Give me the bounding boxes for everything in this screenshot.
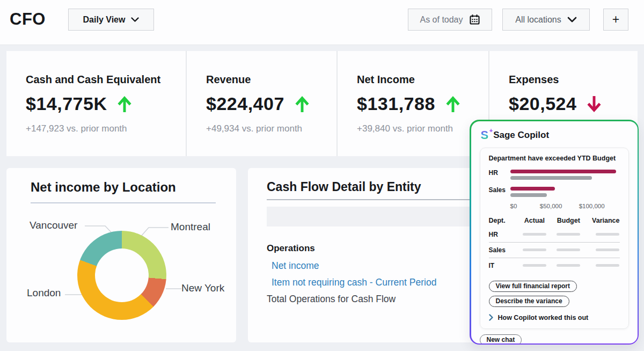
trend-up-icon xyxy=(295,96,309,112)
budget-bar xyxy=(510,176,592,180)
donut-hole xyxy=(95,248,149,302)
placeholder-bar xyxy=(596,248,619,251)
copilot-panel-inner: S+ Sage Copilot Department have exceeded… xyxy=(471,121,638,343)
bar-row-sales: Sales xyxy=(489,186,620,197)
chevron-down-icon xyxy=(567,17,577,23)
sparkle-plus-icon: + xyxy=(489,128,493,134)
how-copilot-worked-disclosure[interactable]: How Copilot worked this out xyxy=(489,314,620,321)
actual-bar xyxy=(510,170,617,173)
kpi-delta: +147,923 vs. prior month xyxy=(26,123,186,134)
placeholder-bar xyxy=(557,264,580,267)
top-header: CFO Daily View As of today All locations… xyxy=(0,0,644,45)
chevron-right-icon xyxy=(489,314,493,321)
view-selector-button[interactable]: Daily View xyxy=(68,9,154,31)
table-header-cell: Dept. xyxy=(489,217,518,224)
calendar-icon xyxy=(469,14,480,25)
row-label: IT xyxy=(489,262,518,269)
budget-bar-chart: HR Sales $0 $50,000 $100,000 xyxy=(489,169,620,211)
kpi-title: Expenses xyxy=(509,74,638,86)
location-filter-button[interactable]: All locations xyxy=(502,9,590,31)
table-header-cell: Variance xyxy=(592,217,619,224)
chart-label-vancouver: Vancouver xyxy=(30,220,77,231)
bar-label: HR xyxy=(489,169,510,180)
trend-down-icon xyxy=(587,96,601,112)
bar-label: Sales xyxy=(489,186,510,197)
budget-bar xyxy=(510,193,547,197)
placeholder-bar xyxy=(523,233,546,236)
dept-table: Dept. Actual Budget Variance HR Sales xyxy=(489,217,620,273)
insight-title: Department have exceeded YTD Budget xyxy=(489,155,620,162)
describe-variance-button[interactable]: Describe the variance xyxy=(489,296,569,307)
x-axis: $0 $50,000 $100,000 xyxy=(510,203,620,211)
axis-tick: $100,000 xyxy=(579,203,605,209)
chevron-down-icon xyxy=(131,17,139,22)
location-card: Net income by Location Vancouver Montrea… xyxy=(6,168,236,342)
date-filter-label: As of today xyxy=(420,15,463,25)
table-row: HR xyxy=(489,227,620,243)
axis-tick: $0 xyxy=(510,203,517,209)
chart-label-montreal: Montreal xyxy=(171,221,210,233)
kpi-delta: +49,934 vs. prior month xyxy=(206,123,336,134)
table-header-cell: Actual xyxy=(524,217,545,224)
new-chat-button[interactable]: New chat xyxy=(480,334,522,343)
chart-label-london: London xyxy=(27,287,61,299)
table-row: IT xyxy=(489,258,620,273)
axis-tick: $50,000 xyxy=(540,203,562,209)
kpi-title: Cash and Cash Equivalent xyxy=(26,74,186,86)
kpi-value: $131,788 xyxy=(357,93,435,114)
total-row-label: Total Operations for Cash Flow xyxy=(267,294,396,305)
table-header-cell: Budget xyxy=(557,217,580,224)
placeholder-bar xyxy=(523,248,546,251)
card-title: Net income by Location xyxy=(31,180,176,195)
kpi-card-cash: Cash and Cash Equivalent $14,775K +147,9… xyxy=(6,51,187,156)
donut-chart[interactable] xyxy=(77,231,166,320)
trend-up-icon xyxy=(118,96,131,112)
plus-icon: + xyxy=(612,12,619,27)
copilot-panel: S+ Sage Copilot Department have exceeded… xyxy=(470,120,639,345)
kpi-value: $20,524 xyxy=(509,93,576,114)
sage-logo-icon: S+ xyxy=(481,129,489,141)
placeholder-bar xyxy=(557,248,580,251)
insight-card: Department have exceeded YTD Budget HR S… xyxy=(480,148,629,329)
kpi-title: Net Income xyxy=(357,74,488,86)
kpi-title: Revenue xyxy=(206,74,336,86)
location-filter-label: All locations xyxy=(515,15,561,25)
link-net-income[interactable]: Net income xyxy=(272,260,319,272)
app-title: CFO xyxy=(10,10,46,29)
copilot-title: Sage Copilot xyxy=(493,130,549,141)
link-item-not-requiring-cash[interactable]: Item not requiring cash - Current Period xyxy=(272,277,436,288)
trend-up-icon xyxy=(446,96,460,112)
placeholder-bar xyxy=(523,264,546,267)
kpi-card-revenue: Revenue $224,407 +49,934 vs. prior month xyxy=(187,51,338,156)
table-row: Sales xyxy=(489,243,620,258)
section-label-operations: Operations xyxy=(267,243,315,254)
row-label: HR xyxy=(489,231,518,238)
view-selector-label: Daily View xyxy=(83,15,126,25)
placeholder-bar xyxy=(557,233,580,236)
actual-bar xyxy=(510,187,555,191)
add-button[interactable]: + xyxy=(603,9,628,31)
row-label: Sales xyxy=(489,246,518,254)
table-header-row: Dept. Actual Budget Variance xyxy=(489,217,620,227)
disclosure-label: How Copilot worked this out xyxy=(498,314,589,321)
kpi-value: $14,775K xyxy=(26,93,107,114)
placeholder-bar xyxy=(596,264,619,267)
kpi-value: $224,407 xyxy=(206,93,284,114)
divider xyxy=(31,202,216,203)
card-title: Cash Flow Detail by Entity xyxy=(267,180,421,194)
kpi-card-net-income: Net Income $131,788 +39,840 vs. prior mo… xyxy=(338,51,489,156)
view-report-button[interactable]: View full financial report xyxy=(489,281,577,292)
date-filter-button[interactable]: As of today xyxy=(408,9,492,31)
kpi-delta: +39,840 vs. prior month xyxy=(357,123,488,134)
placeholder-bar xyxy=(596,233,619,236)
bar-row-hr: HR xyxy=(489,169,620,180)
chart-label-new-york: New York xyxy=(181,282,224,294)
